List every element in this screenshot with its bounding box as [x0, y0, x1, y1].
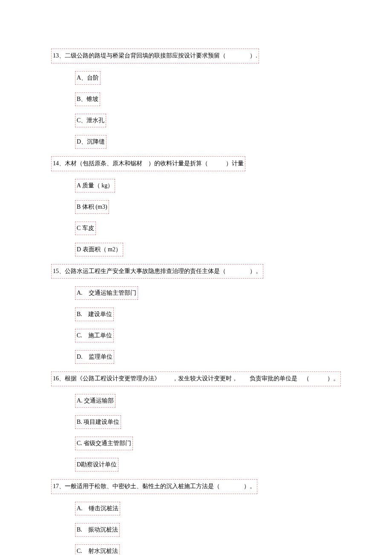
option-text: A 质量（ kg）: [75, 179, 115, 193]
option-text: B. 建设单位: [75, 308, 114, 321]
option-c: C. 省级交通主管部门: [75, 435, 341, 452]
option-text: B 体积 (m3): [75, 200, 109, 214]
option-text: B. 振动沉桩法: [75, 523, 120, 537]
option-c: C、泄水孔: [75, 112, 341, 129]
option-b: B 体积 (m3): [75, 198, 341, 216]
option-text: C. 射水沉桩法: [75, 544, 120, 555]
option-text: C. 施工单位: [75, 329, 114, 342]
option-text: D勘察设计单位: [75, 458, 118, 472]
option-text: D、沉降缝: [75, 135, 107, 149]
option-c: C 车皮: [75, 220, 341, 237]
option-a: A. 交通运输部: [75, 392, 341, 409]
option-c: C. 射水沉桩法: [75, 543, 341, 555]
question-stem: 13、二级公路的路堤与桥梁台背回填的联接部应按设计要求预留（ ）.: [51, 49, 259, 63]
document-page: 13、二级公路的路堤与桥梁台背回填的联接部应按设计要求预留（ ）. A、台阶 B…: [0, 0, 392, 555]
option-d: D 表面积（ m2）: [75, 241, 341, 258]
question-stem: 15、公路水运工程生产安全重大事故隐患排查治理的责任主体是（ ）。: [51, 264, 263, 279]
option-a: A 质量（ kg）: [75, 177, 341, 194]
option-b: B. 振动沉桩法: [75, 521, 341, 538]
option-text: D. 监理单位: [75, 350, 114, 364]
option-text: C. 省级交通主管部门: [75, 437, 133, 450]
question-14: 14、木材（包括原条、原木和锯材 ）的收料计量是折算（ ）计量 A 质量（ kg…: [51, 155, 341, 258]
question-16: 16、根据《公路工程设计变更管理办法》 ，发生较大设计变更时， 负责审批的单位是…: [51, 370, 341, 473]
question-15: 15、公路水运工程生产安全重大事故隐患排查治理的责任主体是（ ）。 A. 交通运…: [51, 262, 341, 366]
option-d: D勘察设计单位: [75, 456, 341, 473]
option-text: B、锥坡: [75, 92, 100, 106]
question-17: 17、一般适用于松散、中密砂土、黏性土的沉入桩施工方法是（ ）。 A. 锤击沉桩…: [51, 477, 341, 555]
option-text: A. 交通运输部: [75, 394, 115, 408]
question-stem: 16、根据《公路工程设计变更管理办法》 ，发生较大设计变更时， 负责审批的单位是…: [51, 371, 341, 386]
option-b: B. 项目建设单位: [75, 414, 341, 431]
option-text: A. 锤击沉桩法: [75, 502, 120, 515]
option-b: B. 建设单位: [75, 306, 341, 323]
option-text: A、台阶: [75, 71, 101, 85]
question-13: 13、二级公路的路堤与桥梁台背回填的联接部应按设计要求预留（ ）. A、台阶 B…: [51, 47, 341, 150]
option-a: A. 交通运输主管部门: [75, 285, 341, 302]
question-stem: 14、木材（包括原条、原木和锯材 ）的收料计量是折算（ ）计量: [51, 156, 245, 171]
option-a: A. 锤击沉桩法: [75, 500, 341, 517]
option-c: C. 施工单位: [75, 327, 341, 344]
option-b: B、锥坡: [75, 91, 341, 108]
option-text: C 车皮: [75, 221, 96, 235]
option-text: B. 项目建设单位: [75, 415, 121, 429]
question-stem: 17、一般适用于松散、中密砂土、黏性土的沉入桩施工方法是（ ）。: [51, 479, 257, 494]
option-text: D 表面积（ m2）: [75, 243, 123, 256]
option-text: C、泄水孔: [75, 114, 106, 127]
option-a: A、台阶: [75, 69, 341, 86]
option-text: A. 交通运输主管部门: [75, 286, 138, 300]
option-d: D、沉降缝: [75, 133, 341, 150]
option-d: D. 监理单位: [75, 348, 341, 365]
